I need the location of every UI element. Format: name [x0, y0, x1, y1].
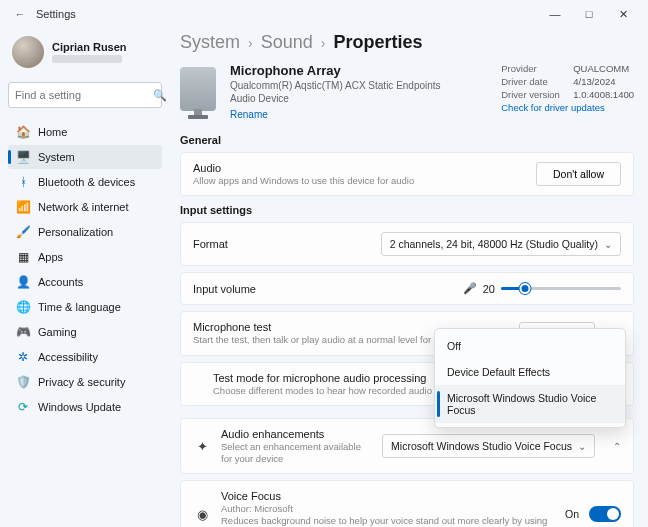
nav-icon: ᚼ — [16, 175, 30, 189]
microphone-volume-icon: 🎤 — [463, 282, 477, 295]
microphone-icon — [180, 67, 216, 111]
nav-icon: 🏠 — [16, 125, 30, 139]
back-button[interactable]: ← — [8, 8, 32, 20]
user-name: Ciprian Rusen — [52, 41, 127, 53]
dont-allow-button[interactable]: Don't allow — [536, 162, 621, 186]
menu-item-off[interactable]: Off — [435, 333, 625, 359]
close-button[interactable]: ✕ — [606, 8, 640, 21]
menu-item-default[interactable]: Device Default Effects — [435, 359, 625, 385]
volume-slider[interactable] — [501, 287, 621, 290]
sidebar-item-gaming[interactable]: 🎮Gaming — [8, 320, 162, 344]
user-account[interactable]: Ciprian Rusen — [8, 32, 162, 72]
sidebar-item-home[interactable]: 🏠Home — [8, 120, 162, 144]
sidebar-item-apps[interactable]: ▦Apps — [8, 245, 162, 269]
section-general: General — [180, 134, 634, 146]
sidebar-item-privacy-security[interactable]: 🛡️Privacy & security — [8, 370, 162, 394]
nav-label: Windows Update — [38, 401, 121, 413]
sidebar-item-bluetooth-devices[interactable]: ᚼBluetooth & devices — [8, 170, 162, 194]
search-input[interactable] — [15, 89, 153, 101]
enhancement-select[interactable]: Microsoft Windows Studio Voice Focus⌄ — [382, 434, 595, 458]
nav-icon: 🎮 — [16, 325, 30, 339]
nav-icon: 🖌️ — [16, 225, 30, 239]
check-driver-updates-link[interactable]: Check for driver updates — [501, 102, 634, 113]
nav-icon: ✲ — [16, 350, 30, 364]
nav-label: Gaming — [38, 326, 77, 338]
breadcrumb-system[interactable]: System — [180, 32, 240, 53]
toggle-label: On — [565, 508, 579, 520]
nav-icon: ⟳ — [16, 400, 30, 414]
sidebar-item-windows-update[interactable]: ⟳Windows Update — [8, 395, 162, 419]
nav-icon: 🌐 — [16, 300, 30, 314]
user-email-redacted — [52, 55, 122, 63]
sidebar-item-accounts[interactable]: 👤Accounts — [8, 270, 162, 294]
voice-focus-card: ◉ Voice Focus Author: Microsoft Reduces … — [180, 480, 634, 527]
device-description: Qualcomm(R) Aqstic(TM) ACX Static Endpoi… — [230, 79, 450, 105]
format-select[interactable]: 2 channels, 24 bit, 48000 Hz (Studio Qua… — [381, 232, 621, 256]
sidebar-item-system[interactable]: 🖥️System — [8, 145, 162, 169]
nav-label: Privacy & security — [38, 376, 125, 388]
sidebar-item-accessibility[interactable]: ✲Accessibility — [8, 345, 162, 369]
volume-value: 20 — [483, 283, 495, 295]
menu-item-voice-focus[interactable]: Microsoft Windows Studio Voice Focus — [435, 385, 625, 423]
format-card: Format 2 channels, 24 bit, 48000 Hz (Stu… — [180, 222, 634, 266]
collapse-icon[interactable]: ⌃ — [613, 441, 621, 452]
breadcrumb-sound[interactable]: Sound — [261, 32, 313, 53]
nav-label: Apps — [38, 251, 63, 263]
sidebar-item-time-language[interactable]: 🌐Time & language — [8, 295, 162, 319]
chevron-down-icon: ⌄ — [578, 441, 586, 452]
avatar — [12, 36, 44, 68]
nav-label: Time & language — [38, 301, 121, 313]
nav-label: Bluetooth & devices — [38, 176, 135, 188]
voice-focus-icon: ◉ — [193, 507, 211, 522]
enhancements-icon: ✦ — [193, 439, 211, 454]
section-input: Input settings — [180, 204, 634, 216]
nav-label: System — [38, 151, 75, 163]
nav-icon: 🛡️ — [16, 375, 30, 389]
chevron-down-icon: ⌄ — [604, 239, 612, 250]
sidebar-item-network-internet[interactable]: 📶Network & internet — [8, 195, 162, 219]
nav-label: Personalization — [38, 226, 113, 238]
test-mode-dropdown: Off Device Default Effects Microsoft Win… — [434, 328, 626, 428]
voice-focus-toggle[interactable] — [589, 506, 621, 522]
nav-label: Network & internet — [38, 201, 128, 213]
input-volume-card: Input volume 🎤 20 — [180, 272, 634, 305]
nav-icon: 👤 — [16, 275, 30, 289]
search-box[interactable]: 🔍 — [8, 82, 162, 108]
sidebar-item-personalization[interactable]: 🖌️Personalization — [8, 220, 162, 244]
nav-icon: 🖥️ — [16, 150, 30, 164]
breadcrumb-properties: Properties — [333, 32, 422, 53]
search-icon: 🔍 — [153, 89, 167, 102]
maximize-button[interactable]: □ — [572, 8, 606, 20]
window-title: Settings — [36, 8, 76, 20]
nav-label: Accounts — [38, 276, 83, 288]
nav-icon: 📶 — [16, 200, 30, 214]
nav-icon: ▦ — [16, 250, 30, 264]
nav-label: Home — [38, 126, 67, 138]
breadcrumb: System › Sound › Properties — [180, 32, 634, 53]
nav-label: Accessibility — [38, 351, 98, 363]
device-name: Microphone Array — [230, 63, 487, 78]
rename-link[interactable]: Rename — [230, 109, 487, 120]
audio-card: Audio Allow apps and Windows to use this… — [180, 152, 634, 196]
minimize-button[interactable]: — — [538, 8, 572, 20]
